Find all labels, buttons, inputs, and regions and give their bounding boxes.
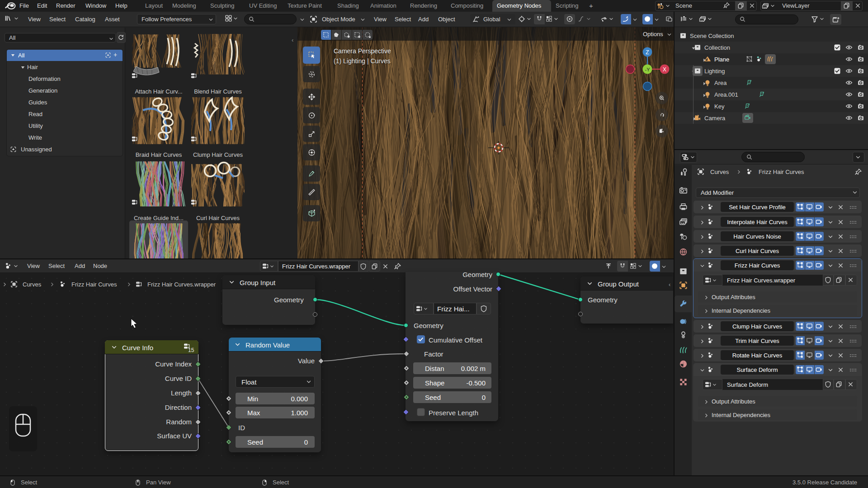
- svg-text:-Y: -Y: [645, 67, 651, 72]
- svg-text:Z: Z: [646, 49, 649, 56]
- svg-text:X: X: [663, 66, 666, 73]
